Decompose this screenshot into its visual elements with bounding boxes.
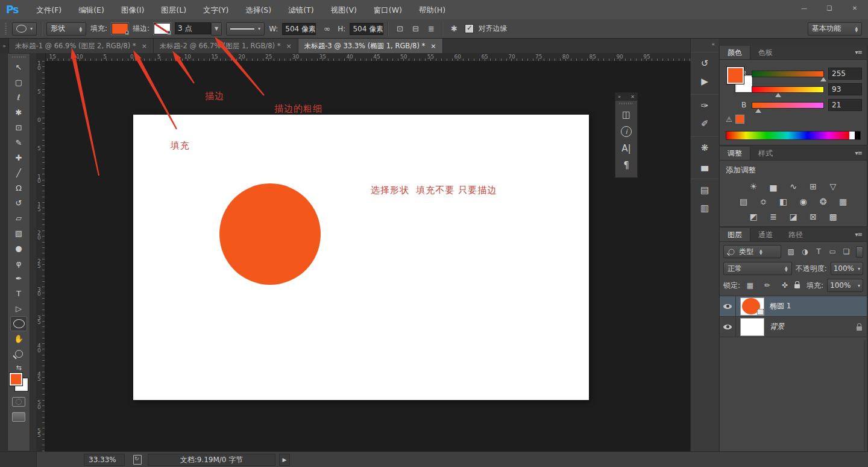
quick-mask-button[interactable] xyxy=(12,397,25,407)
layers-tab-图层[interactable]: 图层 xyxy=(720,228,750,241)
b-value-field[interactable]: 21 xyxy=(828,99,862,111)
close-tab-icon[interactable]: × xyxy=(142,42,147,50)
dodge-tool[interactable]: φ xyxy=(10,256,27,271)
white-chip[interactable] xyxy=(849,132,855,139)
document-canvas[interactable] xyxy=(133,115,589,400)
filter-pixel-layers-icon[interactable]: ▨ xyxy=(785,247,797,256)
hue-saturation-adjustment-icon[interactable]: ▤ xyxy=(737,196,750,207)
foreground-color-swatch[interactable] xyxy=(10,373,22,386)
fill-color-swatch[interactable]: ▾ xyxy=(112,23,128,34)
menu-item-file[interactable]: 文件(F) xyxy=(28,1,70,19)
levels-adjustment-icon[interactable]: ▅ xyxy=(767,181,780,192)
link-dimensions-icon[interactable]: ∞ xyxy=(320,24,333,33)
visibility-toggle[interactable] xyxy=(720,296,736,316)
menu-item-view[interactable]: 视图(V) xyxy=(322,1,365,19)
history-panel-icon[interactable]: ↺ xyxy=(691,54,719,72)
filter-smart-objects-icon[interactable]: ❏ xyxy=(840,247,852,256)
menu-item-type[interactable]: 文字(Y) xyxy=(195,1,237,19)
hue-ramp[interactable] xyxy=(726,132,849,139)
quick-selection-tool[interactable]: ✱ xyxy=(10,105,27,120)
filter-shape-layers-icon[interactable]: ▭ xyxy=(826,247,838,256)
selective-color-adjustment-icon[interactable]: ⊠ xyxy=(807,211,820,222)
layer-row[interactable]: 背景 xyxy=(720,317,867,337)
color-tab-色板[interactable]: 色板 xyxy=(750,46,781,59)
lock-position-icon[interactable]: ✜ xyxy=(779,281,791,290)
adjustments-tab-调整[interactable]: 调整 xyxy=(720,147,750,160)
stroke-width-field[interactable]: 3 点 xyxy=(175,22,211,34)
document-tab-1[interactable]: 未标题-1 @ 66.9% (图层 2, RGB/8) *× xyxy=(9,39,154,53)
panel-menu-icon[interactable]: ▾≡ xyxy=(851,147,867,160)
exposure-adjustment-icon[interactable]: ⊞ xyxy=(807,181,820,192)
swap-colors-icon[interactable]: ⇆ xyxy=(16,364,21,372)
zoom-tool[interactable] xyxy=(10,346,27,361)
tool-mode-select[interactable]: 形状 ▲▼ xyxy=(46,22,86,36)
actions-panel-icon[interactable]: ▶ xyxy=(691,72,719,91)
zoom-level-field[interactable]: 33.33% xyxy=(84,454,125,466)
filter-adjustment-layers-icon[interactable]: ◑ xyxy=(799,247,811,256)
closest-color-chip[interactable] xyxy=(735,115,744,124)
layers-tab-路径[interactable]: 路径 xyxy=(781,228,811,241)
color-spectrum-ramp[interactable] xyxy=(726,131,861,140)
layer-comps-panel-icon[interactable]: ▤ xyxy=(691,181,719,199)
path-alignment-icon[interactable]: ⊟ xyxy=(409,24,422,33)
slider-thumb[interactable] xyxy=(820,77,826,81)
gear-icon[interactable]: ✱ xyxy=(447,24,461,33)
g-value-field[interactable]: 93 xyxy=(828,83,862,95)
b-slider[interactable] xyxy=(752,102,824,109)
menu-item-image[interactable]: 图像(I) xyxy=(113,1,153,19)
screen-mode-button[interactable] xyxy=(12,412,25,422)
layer-thumbnail[interactable] xyxy=(740,297,764,316)
menu-item-help[interactable]: 帮助(H) xyxy=(410,1,454,19)
invert-adjustment-icon[interactable]: ◩ xyxy=(747,211,760,222)
ellipse-tool[interactable] xyxy=(10,316,27,331)
pen-tool[interactable]: ✒ xyxy=(10,271,27,286)
canvas-viewport[interactable] xyxy=(45,61,690,451)
opacity-field[interactable]: 100% ▾ xyxy=(831,262,863,275)
menu-item-window[interactable]: 窗口(W) xyxy=(365,1,410,19)
histogram-panel-icon[interactable]: ▄ xyxy=(691,157,719,175)
g-slider[interactable] xyxy=(752,86,824,93)
blur-tool[interactable]: ● xyxy=(10,241,27,256)
history-brush-tool[interactable]: ↺ xyxy=(10,195,27,211)
properties-panel-icon[interactable]: ◫ xyxy=(615,106,637,123)
vertical-ruler[interactable]: 1050510152025303540455055 xyxy=(36,61,45,451)
curves-adjustment-icon[interactable]: ∿ xyxy=(787,181,800,192)
brightness-contrast-adjustment-icon[interactable]: ☀ xyxy=(747,181,760,192)
black-white-adjustment-icon[interactable]: ◧ xyxy=(777,196,790,207)
color-lookup-adjustment-icon[interactable]: ▦ xyxy=(837,196,850,207)
tool-preset-picker[interactable]: ▾ xyxy=(12,22,37,36)
vibrance-adjustment-icon[interactable]: ▽ xyxy=(826,181,840,192)
rectangular-marquee-tool[interactable]: ▢ xyxy=(10,75,27,90)
close-icon[interactable]: ✕ xyxy=(631,94,635,100)
mini-panel-grip[interactable] xyxy=(619,103,634,104)
lasso-tool[interactable]: ℓ xyxy=(10,90,27,105)
spot-healing-brush-tool[interactable]: ✚ xyxy=(10,150,27,165)
clone-source-panel-icon[interactable]: ❋ xyxy=(691,139,719,157)
info-panel-icon[interactable]: i xyxy=(615,123,637,140)
posterize-adjustment-icon[interactable]: ≣ xyxy=(767,211,780,222)
color-tab-颜色[interactable]: 颜色 xyxy=(720,46,750,59)
panel-menu-icon[interactable]: ▾≡ xyxy=(851,46,867,59)
document-tab-2[interactable]: 未标题-2 @ 66.7% (图层 1, RGB/8) *× xyxy=(154,39,298,53)
lock-transparency-icon[interactable]: ▦ xyxy=(744,281,756,290)
stroke-color-swatch[interactable]: ▾ xyxy=(154,23,171,34)
align-edges-checkbox[interactable]: ✓ xyxy=(465,24,474,33)
clone-stamp-tool[interactable]: Ω xyxy=(10,180,27,195)
channel-mixer-adjustment-icon[interactable]: ❂ xyxy=(817,196,830,207)
adjustments-tab-样式[interactable]: 样式 xyxy=(750,147,781,160)
path-selection-tool[interactable]: ▷ xyxy=(10,301,27,316)
paragraph-panel-icon[interactable]: ¶ xyxy=(615,157,637,174)
horizontal-ruler[interactable]: 1510505101520253035404550556065707580859… xyxy=(36,53,690,62)
minimize-button[interactable]: — xyxy=(797,4,811,13)
scrollbar[interactable] xyxy=(864,340,866,467)
layer-filter-select[interactable]: 类型 ▲▼ xyxy=(723,245,781,258)
move-tool[interactable]: ↖ xyxy=(10,60,27,75)
brush-tool[interactable]: ╱ xyxy=(10,165,27,180)
close-tab-icon[interactable]: × xyxy=(430,42,436,50)
black-chip[interactable] xyxy=(855,132,860,139)
eraser-tool[interactable]: ▱ xyxy=(10,211,27,226)
filter-toggle-switch[interactable] xyxy=(856,246,863,258)
shape-width-field[interactable]: 504 像素 xyxy=(282,23,316,35)
menu-item-edit[interactable]: 编辑(E) xyxy=(70,1,113,19)
slider-thumb[interactable] xyxy=(755,109,761,113)
